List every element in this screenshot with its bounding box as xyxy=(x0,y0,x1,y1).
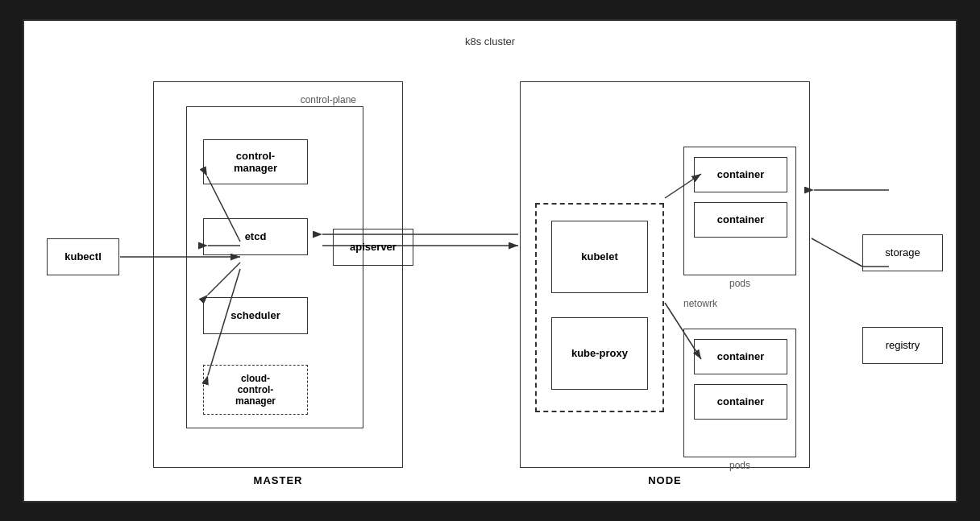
svg-line-12 xyxy=(812,238,862,267)
etcd-box: etcd xyxy=(203,218,308,255)
apiserver-box: apiserver xyxy=(333,229,413,266)
container-label-b2: container xyxy=(717,395,765,407)
kubelet-label: kubelet xyxy=(581,250,618,263)
kubectl-label: kubectl xyxy=(64,250,102,263)
container-bot-2: container xyxy=(694,384,787,420)
container-label-b1: container xyxy=(717,350,765,362)
diagram-frame: k8s cluster xyxy=(23,19,957,502)
container-top-1: container xyxy=(694,157,787,192)
cloud-control-manager-box: cloud- control- manager xyxy=(203,365,308,415)
kubelet-box: kubelet xyxy=(551,221,648,293)
kubectl-box: kubectl xyxy=(47,238,119,275)
storage-label: storage xyxy=(885,246,920,258)
node-label: NODE xyxy=(521,474,809,486)
diagram-title: k8s cluster xyxy=(24,35,956,48)
kube-dashed-box: kubelet kube-proxy xyxy=(535,203,664,412)
pods-top-label: pods xyxy=(684,278,795,289)
apiserver-label: apiserver xyxy=(350,241,397,253)
pods-top: container container pods xyxy=(683,147,796,275)
control-manager-label: control- manager xyxy=(234,150,277,174)
container-top-2: container xyxy=(694,202,787,238)
master-section: MASTER control-plane control- manager et… xyxy=(153,81,403,468)
master-label: MASTER xyxy=(154,474,402,486)
network-label: netowrk xyxy=(683,298,717,309)
registry-box: registry xyxy=(862,327,943,364)
container-label-t1: container xyxy=(717,168,765,180)
cloud-control-manager-label: cloud- control- manager xyxy=(235,373,276,407)
container-bot-1: container xyxy=(694,339,787,374)
pods-bottom: container container pods xyxy=(683,329,796,457)
scheduler-label: scheduler xyxy=(230,309,280,321)
kube-proxy-label: kube-proxy xyxy=(571,347,628,359)
control-plane-box: control-plane control- manager etcd sche… xyxy=(186,106,363,428)
storage-box: storage xyxy=(862,234,943,271)
registry-label: registry xyxy=(886,339,920,351)
kube-proxy-box: kube-proxy xyxy=(551,317,648,390)
node-section: NODE kubelet kube-proxy container contai… xyxy=(520,81,810,468)
control-plane-label: control-plane xyxy=(301,94,356,105)
control-manager-box: control- manager xyxy=(203,139,308,184)
etcd-label: etcd xyxy=(245,230,267,242)
container-label-t2: container xyxy=(717,213,765,225)
scheduler-box: scheduler xyxy=(203,297,308,334)
pods-bottom-label: pods xyxy=(684,460,795,471)
